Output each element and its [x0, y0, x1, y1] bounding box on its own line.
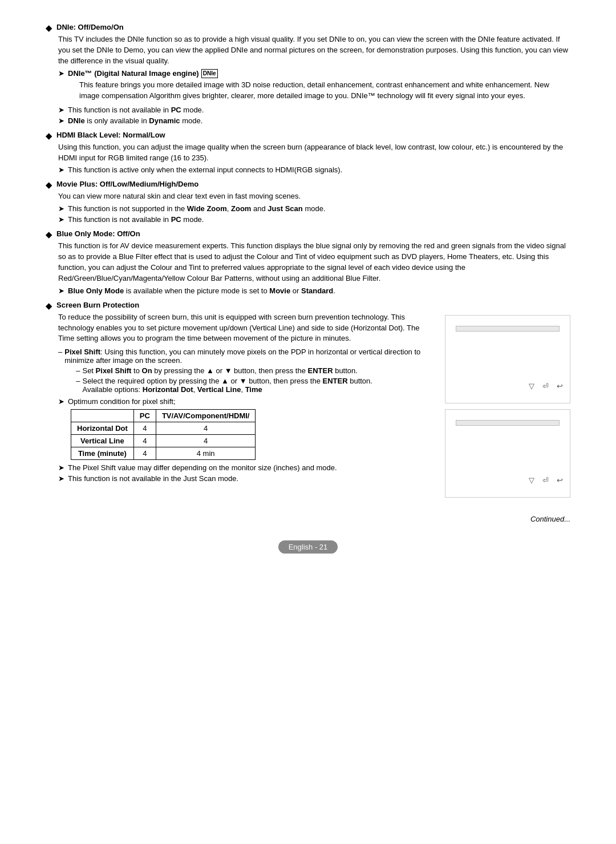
diamond-icon-screenburn: ◆ — [46, 301, 52, 310]
table-header-empty — [71, 410, 134, 422]
table-row: Horizontal Dot 4 4 — [71, 422, 256, 435]
pixel-table-container: PC TV/AV/Component/HDMI/ Horizontal Dot … — [71, 409, 433, 460]
arrow-icon-hdmi: ➤ — [58, 165, 64, 174]
dnie-title: DNIe: Off/Demo/On — [56, 23, 124, 31]
pixelshift-item: – Pixel Shift: Using this function, you … — [58, 348, 433, 394]
table-cell-time-pc: 4 — [133, 447, 156, 460]
tv-icon-enter-1: ⏎ — [542, 382, 549, 390]
dnie-body: This TV includes the DNIe function so as… — [58, 34, 570, 67]
section-screenburn: ◆ Screen Burn Protection To reduce the p… — [46, 301, 570, 498]
tv-icon-down-2: ▽ — [529, 476, 534, 484]
tv-screen-bar-1 — [456, 326, 560, 332]
pixelshift-text: Pixel Shift: Using this function, you ca… — [64, 348, 420, 365]
table-cell-time-label: Time (minute) — [71, 447, 134, 460]
diamond-icon-hdmi: ◆ — [46, 131, 52, 140]
footer-arrow2-text: This function is not available in the Ju… — [68, 474, 238, 483]
arrow-icon-2: ➤ — [58, 106, 64, 114]
tv-icons-row-1: ▽ ⏎ ↩ — [529, 382, 563, 390]
tv-icon-down-1: ▽ — [529, 382, 534, 390]
sub-dash-icon-1: – — [76, 366, 80, 375]
movieplus-sub-2: ➤ This function is not available in PC m… — [58, 215, 570, 224]
blueonly-sub-1: ➤ Blue Only Mode is available when the p… — [58, 286, 570, 295]
footer-badge: English - 21 — [278, 540, 338, 554]
arrow-icon-movie2: ➤ — [58, 215, 64, 224]
footer: English - 21 — [46, 540, 570, 554]
screenburn-body: To reduce the possibility of screen burn… — [58, 312, 433, 345]
tv-icon-return-2: ↩ — [557, 476, 563, 484]
hdmi-title: HDMI Black Level: Normal/Low — [56, 131, 165, 139]
diamond-icon: ◆ — [46, 23, 52, 33]
table-header-tv: TV/AV/Component/HDMI/ — [156, 410, 256, 422]
dnie-sub1-body: This feature brings you more detailed im… — [79, 80, 570, 102]
dash-icon: – — [58, 348, 62, 356]
movieplus-sub2-text: This function is not available in PC mod… — [68, 215, 204, 224]
table-cell-hd-tv: 4 — [156, 422, 256, 435]
dnie-sub-1: ➤ DNIe™ (Digital Natural Image engine)DN… — [58, 69, 570, 103]
tv-screen-bar-2 — [456, 420, 560, 426]
movieplus-body: You can view more natural skin and clear… — [58, 191, 570, 202]
blueonly-title: Blue Only Mode: Off/On — [56, 229, 140, 238]
arrow-icon-movie1: ➤ — [58, 204, 64, 213]
section-dnie: ◆ DNIe: Off/Demo/On This TV includes the… — [46, 23, 570, 125]
dnie-badge: DNIe — [201, 69, 218, 78]
movieplus-sub-1: ➤ This function is not supported in the … — [58, 204, 570, 213]
footer-arrow1-text: The Pixel Shift value may differ dependi… — [68, 463, 337, 472]
arrow-icon-footer2: ➤ — [58, 474, 64, 483]
pixel-shift-table: PC TV/AV/Component/HDMI/ Horizontal Dot … — [71, 409, 256, 460]
tv-diagram-1: ▽ ⏎ ↩ — [445, 315, 570, 403]
table-row: Time (minute) 4 4 min — [71, 447, 256, 460]
pixelshift-sub1: – Set Pixel Shift to On by pressing the … — [76, 366, 433, 375]
pixelshift-sub1-text: Set Pixel Shift to On by pressing the ▲ … — [82, 366, 357, 375]
blueonly-sub1-text: Blue Only Mode is available when the pic… — [68, 286, 335, 295]
dnie-sub1-label: DNIe™ (Digital Natural Image engine) — [68, 69, 199, 78]
tv-icons-row-2: ▽ ⏎ ↩ — [529, 476, 563, 484]
arrow-icon-footer1: ➤ — [58, 463, 64, 472]
pixelshift-sub2: – Select the required option by pressing… — [76, 377, 433, 394]
blueonly-body: This function is for AV device measureme… — [58, 241, 570, 284]
tv-icon-enter-2: ⏎ — [542, 476, 549, 484]
section-blueonly: ◆ Blue Only Mode: Off/On This function i… — [46, 229, 570, 294]
arrow-icon-3: ➤ — [58, 116, 64, 125]
hdmi-sub-1: ➤ This function is active only when the … — [58, 165, 570, 174]
arrow-icon-optimum: ➤ — [58, 397, 64, 406]
table-cell-hd-label: Horizontal Dot — [71, 422, 134, 435]
dnie-sub-2: ➤ This function is not available in PC m… — [58, 106, 570, 114]
table-row: Vertical Line 4 4 — [71, 435, 256, 447]
diamond-icon-blue: ◆ — [46, 230, 52, 239]
pixelshift-sub2-options: Available options: Horizontal Dot, Verti… — [82, 385, 262, 394]
table-cell-hd-pc: 4 — [133, 422, 156, 435]
arrow-icon: ➤ — [58, 69, 64, 78]
optimum-arrow: ➤ Optimum condition for pixel shift; — [58, 397, 433, 406]
dnie-sub-3: ➤ DNIe is only available in Dynamic mode… — [58, 116, 570, 125]
table-cell-vl-pc: 4 — [133, 435, 156, 447]
continued-text: Continued... — [46, 515, 570, 523]
screenburn-title: Screen Burn Protection — [56, 301, 139, 309]
hdmi-body: Using this function, you can adjust the … — [58, 142, 570, 164]
sub-dash-icon-2: – — [76, 377, 80, 385]
optimum-text: Optimum condition for pixel shift; — [68, 397, 176, 406]
hdmi-sub1-text: This function is active only when the ex… — [68, 165, 342, 174]
table-cell-time-tv: 4 min — [156, 447, 256, 460]
dnie-sub3-text: DNIe is only available in Dynamic mode. — [68, 116, 202, 125]
table-header-pc: PC — [133, 410, 156, 422]
footer-arrow-1: ➤ The Pixel Shift value may differ depen… — [58, 463, 433, 472]
pixelshift-sub2-text: Select the required option by pressing t… — [82, 377, 372, 385]
dnie-sub2-text: This function is not available in PC mod… — [68, 106, 204, 114]
tv-diagram-2: ▽ ⏎ ↩ — [445, 409, 570, 498]
section-movieplus: ◆ Movie Plus: Off/Low/Medium/High/Demo Y… — [46, 180, 570, 224]
arrow-icon-blue1: ➤ — [58, 286, 64, 295]
movieplus-title: Movie Plus: Off/Low/Medium/High/Demo — [56, 180, 198, 188]
page-content: ◆ DNIe: Off/Demo/On This TV includes the… — [46, 23, 570, 554]
table-cell-vl-label: Vertical Line — [71, 435, 134, 447]
section-hdmi: ◆ HDMI Black Level: Normal/Low Using thi… — [46, 131, 570, 175]
tv-diagrams: ▽ ⏎ ↩ ▽ ⏎ ↩ — [445, 312, 570, 498]
table-cell-vl-tv: 4 — [156, 435, 256, 447]
diamond-icon-movie: ◆ — [46, 180, 52, 189]
tv-icon-return-1: ↩ — [557, 382, 563, 390]
footer-arrow-2: ➤ This function is not available in the … — [58, 474, 433, 483]
movieplus-sub1-text: This function is not supported in the Wi… — [68, 204, 326, 213]
